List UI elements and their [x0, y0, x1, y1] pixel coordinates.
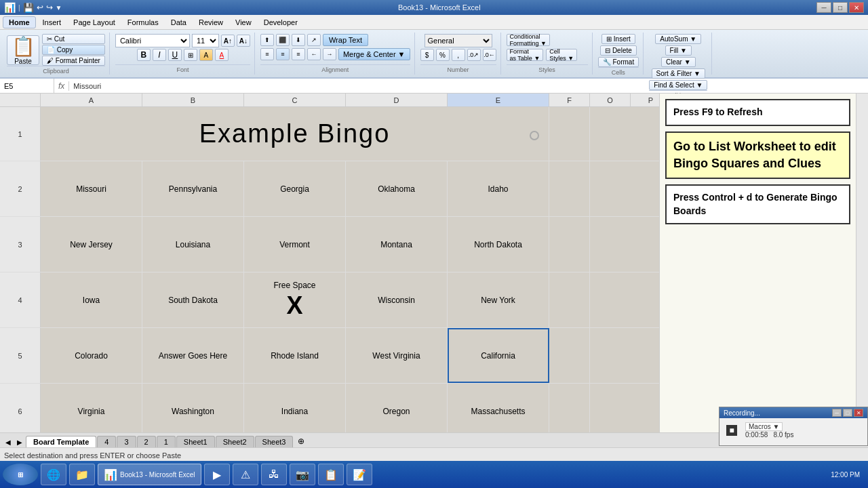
- underline-button[interactable]: U: [168, 49, 182, 61]
- recording-window[interactable]: Recording... ─ □ ✕ ■ Macros ▼ 0:00:58 8.…: [719, 407, 868, 446]
- recording-minimize[interactable]: ─: [832, 409, 842, 417]
- font-increase-button[interactable]: A↑: [221, 35, 235, 47]
- start-button[interactable]: ⊞: [3, 464, 38, 485]
- cell-c6[interactable]: Indiana: [244, 384, 346, 432]
- col-header-a[interactable]: A: [41, 94, 142, 107]
- cell-f5[interactable]: [549, 328, 590, 383]
- cell-c3[interactable]: Vermont: [244, 217, 346, 272]
- cell-f2[interactable]: [549, 161, 590, 216]
- dec-increase-button[interactable]: .0↗: [467, 49, 481, 61]
- row-header-1[interactable]: 1: [0, 107, 41, 161]
- sheet-tab-sheet2[interactable]: Sheet2: [216, 436, 254, 447]
- cell-a5[interactable]: Colorado: [41, 328, 142, 383]
- cell-c4-free-space[interactable]: Free Space X: [244, 272, 346, 327]
- menu-data[interactable]: Data: [165, 17, 192, 28]
- align-right-button[interactable]: ≡: [292, 48, 305, 60]
- number-format-select[interactable]: General: [425, 34, 492, 47]
- font-size-select[interactable]: 11: [192, 34, 219, 47]
- maximize-button[interactable]: □: [833, 2, 848, 13]
- indent-dec-button[interactable]: ←: [307, 48, 321, 60]
- clear-button[interactable]: Clear ▼: [661, 57, 696, 67]
- menu-formulas[interactable]: Formulas: [122, 17, 164, 28]
- format-as-table-button[interactable]: Formatas Table ▼: [507, 49, 544, 61]
- col-header-c[interactable]: C: [244, 94, 346, 107]
- row-header-3[interactable]: 3: [0, 217, 41, 272]
- currency-button[interactable]: $: [420, 49, 434, 61]
- col-header-f[interactable]: F: [549, 94, 590, 107]
- align-center-button[interactable]: ≡: [276, 48, 290, 60]
- font-decrease-button[interactable]: A↓: [237, 35, 250, 47]
- cell-reference[interactable]: E5: [0, 79, 54, 94]
- recording-restore[interactable]: □: [843, 409, 852, 417]
- cell-b5[interactable]: Answer Goes Here: [142, 328, 244, 383]
- cell-e5[interactable]: California: [448, 328, 549, 383]
- cell-d5[interactable]: West Virginia: [346, 328, 448, 383]
- merge-center-button[interactable]: Merge & Center ▼: [338, 48, 410, 60]
- format-button[interactable]: 🔧 Format: [598, 57, 639, 67]
- dec-decrease-button[interactable]: .0←: [483, 49, 496, 61]
- menu-page-layout[interactable]: Page Layout: [68, 17, 121, 28]
- quick-access-dropdown[interactable]: ▼: [56, 4, 62, 12]
- taskbar-media[interactable]: ▶: [204, 464, 230, 485]
- sheet-tab-board-template[interactable]: Board Template: [26, 436, 96, 447]
- stop-button[interactable]: ■: [726, 425, 737, 436]
- cut-button[interactable]: ✂ Cut: [42, 34, 105, 44]
- cell-f6[interactable]: [549, 384, 590, 432]
- comma-button[interactable]: ,: [452, 49, 465, 61]
- cell-a6[interactable]: Virginia: [41, 384, 142, 432]
- cell-e6[interactable]: Massachusetts: [448, 384, 549, 432]
- cell-f3[interactable]: [549, 217, 590, 272]
- formula-input[interactable]: Missouri: [69, 82, 868, 90]
- delete-button[interactable]: ⊟ Delete: [600, 45, 637, 56]
- cell-b2[interactable]: Pennsylvania: [142, 161, 244, 216]
- bold-button[interactable]: B: [137, 49, 151, 61]
- quick-save[interactable]: 💾: [23, 3, 34, 13]
- align-top-button[interactable]: ⬆: [260, 34, 274, 46]
- menu-home[interactable]: Home: [3, 16, 36, 28]
- quick-redo[interactable]: ↪: [46, 3, 53, 12]
- cell-e3[interactable]: North Dakota: [448, 217, 549, 272]
- menu-insert[interactable]: Insert: [37, 17, 67, 28]
- sheet-tab-3[interactable]: 3: [117, 436, 136, 447]
- align-middle-button[interactable]: ⬛: [276, 34, 290, 46]
- taskbar-folder[interactable]: 📁: [69, 464, 95, 485]
- minimize-button[interactable]: ─: [816, 2, 831, 13]
- taskbar-network[interactable]: 🖧: [261, 464, 287, 485]
- row-header-5[interactable]: 5: [0, 328, 41, 383]
- paste-button[interactable]: 📋 Paste: [7, 35, 39, 65]
- menu-view[interactable]: View: [230, 17, 257, 28]
- cell-a2[interactable]: Missouri: [41, 161, 142, 216]
- sort-filter-button[interactable]: Sort & Filter ▼: [652, 68, 705, 79]
- sheet-tab-sheet3[interactable]: Sheet3: [255, 436, 294, 447]
- indent-inc-button[interactable]: →: [323, 48, 336, 60]
- taskbar-excel[interactable]: 📊 Book13 - Microsoft Excel: [98, 464, 201, 485]
- wrap-text-button[interactable]: Wrap Text: [323, 34, 368, 46]
- taskbar-word[interactable]: 📝: [347, 464, 372, 485]
- insert-button[interactable]: ⊞ Insert: [601, 34, 635, 44]
- sheet-tab-4[interactable]: 4: [97, 436, 116, 447]
- cell-d4[interactable]: Wisconsin: [346, 272, 448, 327]
- title-cell[interactable]: Example Bingo: [41, 107, 549, 161]
- cell-f1[interactable]: [549, 107, 590, 161]
- fill-color-button[interactable]: A: [199, 49, 213, 61]
- fill-button[interactable]: Fill ▼: [665, 45, 692, 56]
- menu-developer[interactable]: Developer: [258, 17, 303, 28]
- sheet-nav-right[interactable]: ▶: [14, 436, 25, 447]
- font-name-select[interactable]: Calibri: [115, 34, 190, 47]
- menu-review[interactable]: Review: [193, 17, 229, 28]
- sheet-tab-2[interactable]: 2: [137, 436, 156, 447]
- row-header-4[interactable]: 4: [0, 272, 41, 327]
- cell-c5[interactable]: Rhode Island: [244, 328, 346, 383]
- align-bottom-button[interactable]: ⬇: [292, 34, 305, 46]
- cell-e4[interactable]: New York: [448, 272, 549, 327]
- cell-a4[interactable]: Iowa: [41, 272, 142, 327]
- cell-d3[interactable]: Montana: [346, 217, 448, 272]
- cell-b6[interactable]: Washington: [142, 384, 244, 432]
- percent-button[interactable]: %: [436, 49, 450, 61]
- italic-button[interactable]: I: [153, 49, 166, 61]
- cell-styles-button[interactable]: CellStyles ▼: [546, 49, 577, 61]
- cell-f4[interactable]: [549, 272, 590, 327]
- cell-a3[interactable]: New Jersey: [41, 217, 142, 272]
- orient-button[interactable]: ↗: [307, 34, 321, 46]
- taskbar-warning[interactable]: ⚠: [233, 464, 258, 485]
